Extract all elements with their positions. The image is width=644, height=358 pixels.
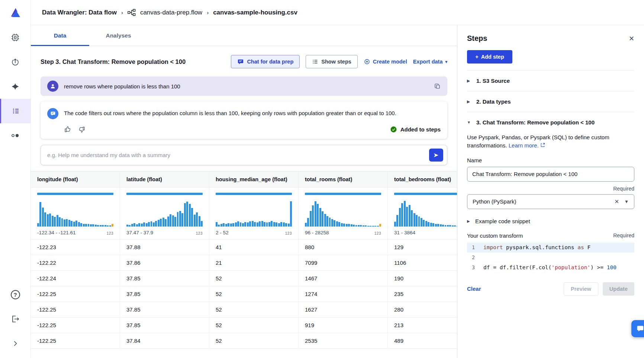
table-cell: 280 bbox=[388, 302, 457, 318]
breadcrumb-flow[interactable]: canvas-data-prep.flow bbox=[140, 9, 202, 16]
canvas-logo-icon bbox=[9, 7, 22, 19]
line-number: 3 bbox=[467, 264, 480, 270]
column-header[interactable]: total_rooms (float) bbox=[299, 172, 388, 188]
help-button[interactable]: ? bbox=[0, 282, 30, 307]
clear-button[interactable]: Clear bbox=[467, 286, 481, 292]
chat-for-data-prep-button[interactable]: Chat for data prep bbox=[231, 55, 300, 68]
left-nav-rail: ? bbox=[0, 0, 31, 358]
table-cell: 919 bbox=[299, 318, 388, 333]
thumbs-up-icon[interactable] bbox=[64, 126, 71, 133]
table-cell: 37.84 bbox=[120, 333, 209, 349]
table-cell: 1274 bbox=[299, 286, 388, 302]
histogram-bars bbox=[37, 199, 113, 227]
data-view: Data Analyses Step 3. Chat Transform: Re… bbox=[31, 25, 457, 358]
code-line[interactable]: 1import pyspark.sql.functions as F bbox=[467, 243, 634, 253]
table-cell: 37.86 bbox=[120, 255, 209, 271]
table-row[interactable]: -122.2337.8841880129 bbox=[31, 240, 457, 255]
code-line[interactable]: 2 bbox=[467, 253, 634, 263]
table-cell: 190 bbox=[388, 271, 457, 286]
chat-icon bbox=[237, 59, 244, 65]
rail-bottom: ? bbox=[0, 282, 30, 358]
column-header[interactable]: housing_median_age (float) bbox=[209, 172, 299, 188]
update-button[interactable]: Update bbox=[603, 282, 634, 296]
table-header-row: longitude (float)latitude (float)housing… bbox=[31, 172, 457, 188]
chat-icon bbox=[50, 111, 56, 116]
table-cell: -122.23 bbox=[31, 240, 120, 255]
histogram-summary-bar bbox=[37, 193, 113, 195]
sparkle-icon bbox=[11, 82, 20, 91]
tab-data[interactable]: Data bbox=[31, 25, 89, 46]
code-line[interactable]: 3df = df.filter(F.col('population') >= 1… bbox=[467, 263, 634, 273]
table-cell: 7099 bbox=[299, 255, 388, 271]
column-header[interactable]: latitude (float) bbox=[120, 172, 209, 188]
column-histogram[interactable]: 96 - 28258123 bbox=[299, 188, 388, 240]
assistant-message-text: The code filters out rows where the popu… bbox=[64, 108, 396, 119]
export-data-dropdown[interactable]: Export data ▾ bbox=[413, 59, 447, 65]
learn-more-link[interactable]: Learn more. bbox=[509, 142, 545, 149]
column-histogram[interactable]: 37.47 - 37.9123 bbox=[120, 188, 209, 240]
name-input[interactable] bbox=[467, 167, 634, 182]
example-code-snippet-toggle[interactable]: ▶ Example code snippet bbox=[467, 218, 634, 224]
preview-button[interactable]: Preview bbox=[564, 282, 598, 296]
language-select[interactable]: Python (PySpark) ✕ ▼ bbox=[467, 194, 634, 209]
step-item-s3-source[interactable]: ▶ 1. S3 Source bbox=[467, 70, 634, 91]
sidebar-item-models[interactable] bbox=[0, 123, 30, 148]
table-row[interactable]: -122.2537.85521627280 bbox=[31, 302, 457, 318]
chevron-right-icon: ▶ bbox=[467, 100, 471, 104]
column-histogram[interactable]: -122.34 - -121.61123 bbox=[31, 188, 120, 240]
plus-icon: + bbox=[475, 54, 478, 60]
column-header[interactable]: total_bedrooms (float) bbox=[388, 172, 457, 188]
table-row[interactable]: -122.2537.8552919213 bbox=[31, 318, 457, 333]
name-label: Name bbox=[467, 157, 634, 163]
numeric-type-badge: 123 bbox=[285, 231, 292, 235]
step-item-chat-transform[interactable]: ▼ 3. Chat Transform: Remove population <… bbox=[467, 112, 634, 133]
column-range: 37.47 - 37.9 bbox=[126, 230, 153, 235]
histogram-summary-bar bbox=[394, 193, 457, 195]
clear-selection-icon[interactable]: ✕ bbox=[615, 198, 619, 205]
floating-chat-button[interactable] bbox=[631, 320, 644, 337]
chat-input[interactable] bbox=[47, 152, 425, 158]
table-cell: 52 bbox=[209, 302, 299, 318]
column-histogram[interactable]: 31 - 3864123 bbox=[388, 188, 457, 240]
column-range: 31 - 3864 bbox=[394, 230, 415, 235]
table-cell: -122.25 bbox=[31, 286, 120, 302]
expand-rail-button[interactable] bbox=[0, 331, 30, 356]
table-cell: 2535 bbox=[299, 333, 388, 349]
copy-icon[interactable] bbox=[434, 83, 441, 90]
column-header[interactable]: longitude (float) bbox=[31, 172, 120, 188]
code-editor[interactable]: 1import pyspark.sql.functions as F23df =… bbox=[467, 243, 634, 273]
breadcrumb-root[interactable]: Data Wrangler: Data flow bbox=[42, 9, 117, 16]
sidebar-item-deployments[interactable] bbox=[0, 50, 30, 74]
breadcrumb-separator-icon: › bbox=[121, 9, 123, 16]
table-row[interactable]: -122.2237.862170991106 bbox=[31, 255, 457, 271]
create-model-icon bbox=[364, 58, 370, 65]
show-steps-button[interactable]: Show steps bbox=[306, 55, 358, 68]
add-step-button[interactable]: + Add step bbox=[467, 50, 512, 64]
close-icon[interactable]: ✕ bbox=[629, 35, 634, 43]
tab-bar: Data Analyses bbox=[31, 25, 457, 46]
table-cell: -122.25 bbox=[31, 333, 120, 349]
sidebar-item-data-wrangler[interactable] bbox=[0, 99, 30, 123]
table-cell: 21 bbox=[209, 255, 299, 271]
sidebar-item-compute[interactable] bbox=[0, 25, 30, 50]
sidebar-item-automl[interactable] bbox=[0, 74, 30, 99]
logout-button[interactable] bbox=[0, 307, 30, 331]
table-row[interactable]: -122.2437.85521467190 bbox=[31, 271, 457, 286]
create-model-button[interactable]: Create model bbox=[364, 58, 407, 65]
table-row[interactable]: -122.2537.85521274235 bbox=[31, 286, 457, 302]
thumbs-down-icon[interactable] bbox=[78, 126, 86, 133]
send-button[interactable] bbox=[429, 149, 443, 162]
breadcrumb-file: canvas-sample-housing.csv bbox=[213, 9, 297, 16]
table-row[interactable]: -122.2537.84522535489 bbox=[31, 333, 457, 349]
column-histogram[interactable]: 2 - 52123 bbox=[209, 188, 299, 240]
step-item-data-types[interactable]: ▶ 2. Data types bbox=[467, 91, 634, 112]
canvas-logo[interactable] bbox=[0, 0, 30, 25]
table-cell: 37.88 bbox=[120, 240, 209, 255]
step-detail: Use Pyspark, Pandas, or Pyspark (SQL) to… bbox=[467, 133, 634, 296]
table-cell: -122.25 bbox=[31, 318, 120, 333]
histogram-bars bbox=[305, 199, 381, 227]
data-table: longitude (float)latitude (float)housing… bbox=[31, 171, 457, 358]
tab-analyses[interactable]: Analyses bbox=[89, 25, 148, 46]
breadcrumb-separator-icon: › bbox=[207, 9, 209, 16]
step-actions: Chat for data prep Show steps bbox=[231, 55, 447, 68]
